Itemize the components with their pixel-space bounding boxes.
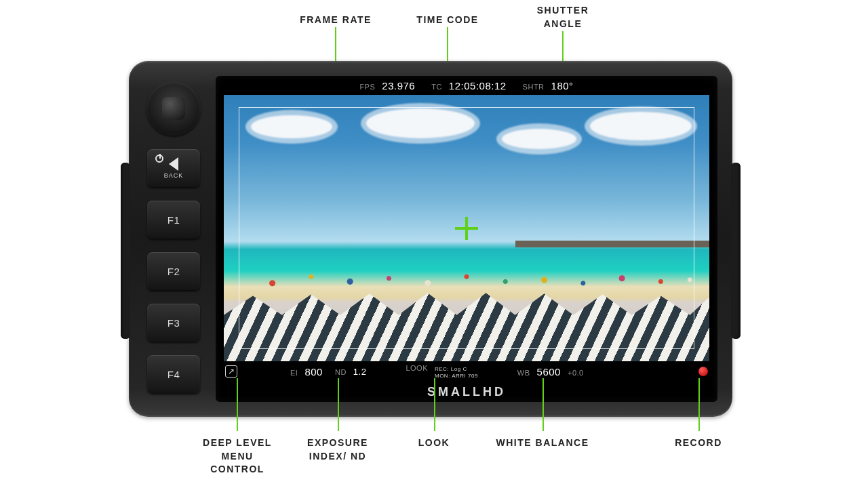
osd-wb[interactable]: WB 5600 +0.0 <box>517 366 584 378</box>
osd-shtr-key: SHTR <box>523 83 545 91</box>
osd-fps-key: FPS <box>359 83 375 91</box>
osd-nd-value: 1.2 <box>353 367 367 377</box>
f2-button[interactable]: F2 <box>147 252 200 290</box>
chevron-left-icon <box>169 157 178 171</box>
callout-time-code: TIME CODE <box>407 14 488 27</box>
callout-ei-nd: EXPOSURE INDEX/ ND <box>297 436 378 463</box>
callout-look: LOOK <box>407 436 461 450</box>
f4-button[interactable]: F4 <box>147 355 200 393</box>
leader-look <box>434 378 435 431</box>
deep-menu-button[interactable]: ↗ <box>225 365 237 378</box>
diagram-stage: FRAME RATE TIME CODE SHUTTER ANGLE BACK … <box>0 0 868 488</box>
osd-look-rec: REC: Log C <box>435 366 478 373</box>
callout-record: RECORD <box>665 436 732 450</box>
record-button[interactable] <box>698 367 708 376</box>
osd-tc-key: TC <box>431 83 442 91</box>
osd-nd[interactable]: ND 1.2 <box>335 367 366 377</box>
leader-record <box>698 378 700 431</box>
screen-panel: FPS 23.976 TC 12:05:08:12 SHTR 180° <box>216 76 717 402</box>
callout-shutter-angle: SHUTTER ANGLE <box>522 4 604 30</box>
osd-top-bar: FPS 23.976 TC 12:05:08:12 SHTR 180° <box>216 76 717 95</box>
osd-look-mon: MON: ARRI 709 <box>435 373 478 380</box>
power-icon <box>155 155 163 163</box>
osd-fps[interactable]: FPS 23.976 <box>359 80 415 92</box>
osd-ei-key: EI <box>290 369 298 377</box>
callout-deep-menu: DEEP LEVEL MENU CONTROL <box>197 436 278 476</box>
live-view <box>224 95 709 361</box>
osd-ei[interactable]: EI 800 <box>290 366 323 378</box>
osd-shtr-value: 180° <box>551 80 574 92</box>
osd-ei-value: 800 <box>304 366 323 378</box>
osd-fps-value: 23.976 <box>382 80 415 92</box>
osd-look-lines: REC: Log C MON: ARRI 709 <box>435 366 478 380</box>
leader-wb <box>542 378 544 431</box>
monitor-device: BACK F1 F2 F3 F4 FPS 23.976 TC 12:05:08:… <box>129 61 732 417</box>
brand-logo: SMALLHD <box>216 385 717 399</box>
leader-menu <box>237 378 238 431</box>
f1-button[interactable]: F1 <box>147 201 200 239</box>
osd-wb-key: WB <box>517 369 530 377</box>
osd-wb-value: 5600 <box>537 366 561 378</box>
osd-look[interactable]: LOOK REC: Log C MON: ARRI 709 <box>406 364 477 380</box>
callout-white-balance: WHITE BALANCE <box>488 436 597 450</box>
osd-wb-tint: +0.0 <box>568 369 584 377</box>
hardware-button-column: BACK F1 F2 F3 F4 <box>144 81 203 393</box>
f3-button[interactable]: F3 <box>147 304 200 342</box>
osd-nd-key: ND <box>335 368 347 376</box>
back-button[interactable]: BACK <box>147 149 200 187</box>
osd-look-key: LOOK <box>406 364 428 372</box>
back-button-label: BACK <box>164 172 184 179</box>
osd-timecode[interactable]: TC 12:05:08:12 <box>431 80 506 92</box>
joystick-nub[interactable] <box>162 97 185 120</box>
joystick[interactable] <box>146 81 201 136</box>
callout-frame-rate: FRAME RATE <box>295 14 376 27</box>
center-crosshair-icon <box>455 217 478 240</box>
leader-ei-nd <box>338 378 339 431</box>
osd-shutter[interactable]: SHTR 180° <box>523 80 574 92</box>
osd-bottom-bar: ↗ EI 800 ND 1.2 LOOK REC: Log C MON: ARR… <box>216 363 717 380</box>
arrow-up-right-icon: ↗ <box>228 367 235 376</box>
osd-tc-value: 12:05:08:12 <box>449 80 507 92</box>
